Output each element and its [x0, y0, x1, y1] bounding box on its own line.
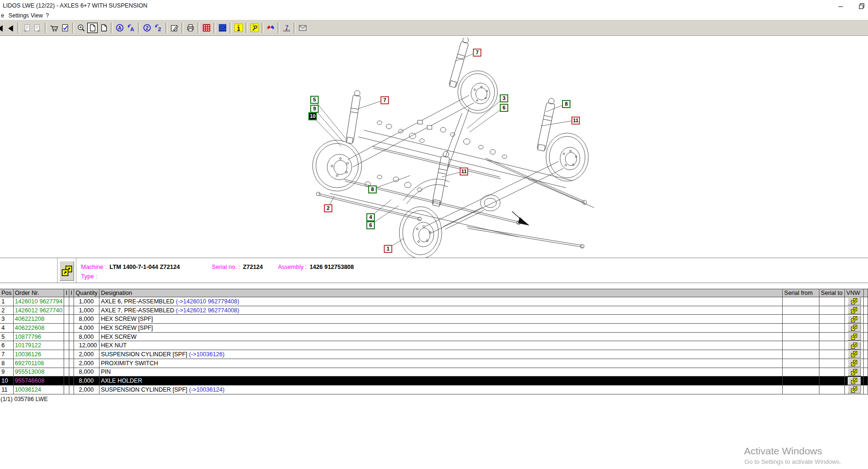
vnw-link-button[interactable] [848, 342, 861, 350]
vnw-link-button[interactable] [848, 350, 861, 358]
pattern-blue-icon[interactable] [217, 22, 228, 34]
handshake-icon[interactable] [265, 22, 276, 34]
table-row-pos-1[interactable]: 11426010 96277941,000AXLE 6, PRE-ASSEMBL… [0, 297, 868, 306]
grid-red-icon[interactable] [201, 22, 212, 34]
pad-cell [864, 332, 868, 341]
assembly-value: 1426 912753808 [310, 264, 354, 270]
designation-link[interactable]: (->1426010 962779408) [176, 298, 240, 305]
find-letter-back-icon[interactable]: A [125, 22, 137, 34]
order-number-cell[interactable]: 10036124 [13, 385, 64, 394]
info-icon[interactable] [233, 22, 244, 34]
serial-from-cell [783, 332, 819, 341]
table-row-pos-2[interactable]: 21426012 96277401,000AXLE 7, PRE-ASSEMBL… [0, 306, 868, 315]
order-number-cell[interactable]: 10179122 [13, 341, 64, 350]
vnw-link-button[interactable] [848, 385, 861, 394]
vnw-link-button[interactable] [848, 377, 861, 385]
table-row-pos-10[interactable]: 109557466088,000AXLE HOLDER [0, 377, 868, 385]
table-row-pos-8[interactable]: 86927011082,000PROXIMITY SWITCH [0, 359, 868, 368]
col-vnw[interactable]: VNW [845, 289, 864, 297]
flag-cell-2 [69, 341, 74, 350]
mail-icon[interactable] [297, 22, 308, 34]
find-letter-icon[interactable]: A [114, 22, 125, 34]
col-i1[interactable]: I [64, 289, 69, 297]
col-serial-from[interactable]: Serial from [783, 289, 819, 297]
zoom-in-icon[interactable] [75, 22, 87, 34]
designation-cell: SUSPENSION CYLINDER [SPF] (->10036124) [99, 385, 782, 394]
order-number-cell[interactable]: 1426010 9627794 [13, 297, 64, 306]
toolbar-separator [214, 23, 215, 33]
designation-text: AXLE 6, PRE-ASSEMBLED [101, 298, 176, 305]
table-row-pos-3[interactable]: 34062212088,000HEX SCREW [SPF] [0, 315, 868, 324]
diagram-label-11[interactable]: 11 [460, 168, 468, 176]
order-number-cell[interactable]: 406221208 [13, 315, 64, 324]
find-number-icon[interactable]: 2 [141, 22, 153, 34]
diagram-label-9[interactable]: 9 [310, 105, 319, 113]
table-row-pos-9[interactable]: 99555130088,000PIN [0, 368, 868, 377]
cart-icon[interactable] [48, 22, 59, 34]
order-number-cell[interactable]: 955746608 [13, 377, 64, 385]
diagram-label-7[interactable]: 7 [380, 96, 389, 104]
lidos-help-icon[interactable]: ?LIDOS [281, 22, 292, 34]
vnw-window-button[interactable] [59, 261, 74, 281]
diagram-label-6[interactable]: 6 [500, 104, 508, 112]
vnw-link-button[interactable] [848, 315, 861, 323]
edit-note-icon[interactable] [169, 22, 180, 34]
vnw-link-button[interactable] [848, 368, 861, 376]
diagram-label-7[interactable]: 7 [473, 49, 481, 57]
diagram-label-11[interactable]: 11 [571, 117, 580, 125]
order-number-cell[interactable]: 10877796 [13, 332, 64, 341]
nav-back-icon[interactable] [5, 22, 16, 34]
vnw-link-button[interactable] [848, 359, 861, 367]
cart-check-icon[interactable] [59, 22, 71, 34]
diagram-label-1[interactable]: 1 [384, 245, 392, 253]
vnw-link-button[interactable] [848, 333, 861, 341]
find-number-back-icon[interactable]: 2 [153, 22, 164, 34]
designation-link[interactable]: (->10036126) [189, 351, 224, 358]
order-number-cell[interactable]: 955513008 [13, 368, 64, 377]
table-row-pos-11[interactable]: 11100361242,000SUSPENSION CYLINDER [SPF]… [0, 385, 868, 394]
flag-cell-2 [69, 359, 74, 368]
designation-link[interactable]: (->10036124) [189, 386, 224, 393]
menu-item-settings[interactable]: Settings [8, 12, 29, 19]
col-serial-to[interactable]: Serial to [819, 289, 845, 297]
pad-cell [864, 324, 868, 333]
service-info-icon[interactable]: i [249, 22, 260, 34]
diagram-label-4[interactable]: 4 [366, 213, 375, 221]
table-row-pos-6[interactable]: 61017912212,000HEX NUT [0, 341, 868, 350]
page-full-icon[interactable] [98, 22, 109, 34]
print-icon[interactable] [185, 22, 196, 34]
page-fit-icon[interactable] [87, 22, 98, 34]
diagram-label-2[interactable]: 2 [324, 204, 332, 212]
table-row-pos-4[interactable]: 44062226084,000HEX SCREW [SPF] [0, 324, 868, 333]
vnw-link-button[interactable] [848, 306, 861, 314]
menu-item-file-partial[interactable]: e [1, 12, 4, 19]
table-row-pos-7[interactable]: 7100361262,000SUSPENSION CYLINDER [SPF] … [0, 350, 868, 359]
diagram-label-10[interactable]: 10 [308, 112, 317, 120]
doc-next-icon[interactable] [32, 22, 43, 34]
col-quantity[interactable]: Quantity [74, 289, 99, 297]
doc-prev-icon[interactable] [21, 22, 32, 34]
restore-button[interactable] [854, 1, 868, 10]
diagram-label-5[interactable]: 5 [310, 96, 319, 104]
diagram-label-8[interactable]: 8 [368, 185, 377, 193]
col-designation[interactable]: Designation [99, 289, 782, 297]
designation-link[interactable]: (->1426012 962774008) [176, 307, 240, 314]
order-number-cell[interactable]: 10036126 [13, 350, 64, 359]
nav-first-icon[interactable] [0, 22, 5, 34]
designation-cell: PIN [99, 368, 782, 377]
order-number-cell[interactable]: 406222608 [13, 324, 64, 333]
diagram-label-6[interactable]: 6 [366, 221, 375, 229]
order-number-cell[interactable]: 692701108 [13, 359, 64, 368]
minimize-button[interactable] [834, 1, 848, 10]
col-order-nr[interactable]: Order Nr. [13, 289, 64, 297]
order-number-cell[interactable]: 1426012 9627740 [13, 306, 64, 315]
vnw-link-button[interactable] [848, 297, 861, 305]
menu-item-view[interactable]: View [31, 12, 43, 19]
col-pos[interactable]: Pos [0, 289, 13, 297]
menu-item-help[interactable]: ? [46, 12, 49, 19]
diagram-label-8[interactable]: 8 [562, 100, 570, 108]
vnw-link-button[interactable] [848, 324, 861, 332]
col-i2[interactable]: I [69, 289, 74, 297]
table-row-pos-5[interactable]: 5108777968,000HEX SCREW [0, 332, 868, 341]
diagram-label-3[interactable]: 3 [500, 94, 508, 102]
